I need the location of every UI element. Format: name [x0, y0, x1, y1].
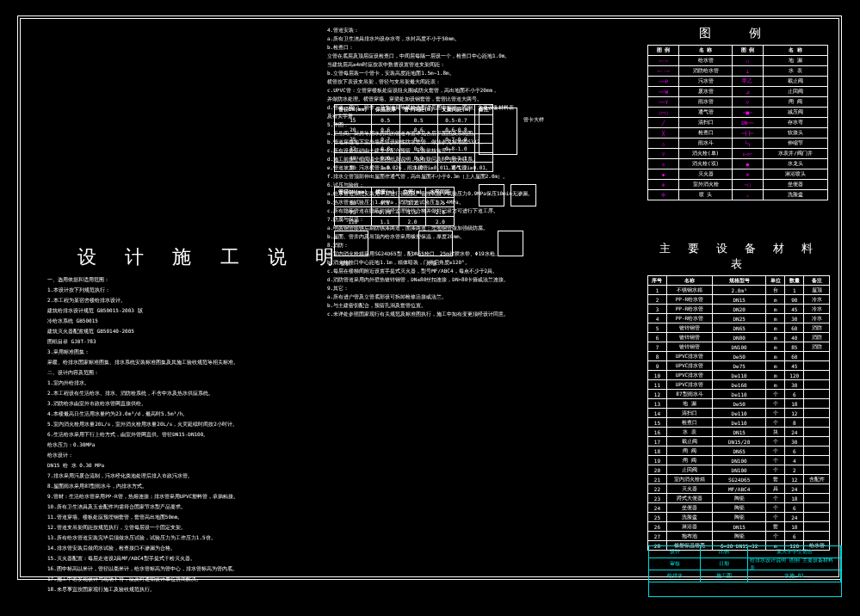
table-cell: 镀锌钢管	[666, 323, 712, 333]
table-cell: 个	[766, 503, 785, 513]
table-cell: 30	[785, 380, 804, 390]
table-cell: DN15	[712, 522, 765, 532]
note-line: 二、设计内容及范围：	[47, 368, 297, 377]
table-cell: De50	[712, 352, 765, 361]
table-cell: ──P	[648, 77, 679, 87]
table-cell: DN65	[712, 323, 765, 333]
table-cell: 室外消火栓	[679, 180, 732, 190]
detail-label-sleeve-1: 楼板	[340, 260, 350, 268]
table-cell: 0.7	[371, 134, 399, 144]
table-cell: 24	[785, 484, 804, 494]
table-cell: 1	[648, 286, 667, 295]
table-cell: 18	[785, 399, 804, 409]
table-cell: 6	[785, 503, 804, 513]
table-cell: 1.2	[399, 198, 426, 207]
table-cell: DN80	[712, 333, 765, 342]
table-cell: 8	[785, 418, 804, 428]
table-row: 1287型雨水斗De110个6	[648, 390, 830, 399]
table-cell: 1.0	[399, 163, 437, 172]
table-cell: 淋浴喷头	[764, 169, 828, 180]
note-line: c.每层在楼梯间附近设置手提式灭火器，型号MF/ABC4，每点不少于2具。	[327, 267, 577, 274]
table-cell: 87型雨水斗	[666, 390, 712, 399]
table-cell: 3	[648, 305, 667, 314]
note-line: c.UPVC管：立管穿楼板处应设阻火圈或防火套管，高出地面不小于20mm，	[327, 86, 577, 94]
table-row: 750.751.52.0	[335, 207, 455, 217]
table-cell: 块	[766, 428, 785, 437]
note-line: a.所有卫生洁具排水均设存水弯，水封高度不小于50mm。	[327, 34, 577, 42]
table-cell: 闸 阀	[666, 447, 712, 456]
table-header: 管卡间距(m)	[399, 105, 437, 115]
table-cell	[804, 352, 830, 361]
table-cell: 1.0-1.2	[437, 163, 475, 172]
table-cell: 18	[785, 522, 804, 532]
table-cell: 0.9	[371, 153, 399, 163]
table-cell: 0.8	[399, 144, 437, 153]
table-cell: UPVC排水管	[666, 371, 712, 380]
table-cell: 截止阀	[764, 77, 828, 87]
table-cell: 60	[785, 323, 804, 333]
note-line: 11.管道穿墙、楼板处应预埋钢套管，套管高出地面50mm。	[47, 513, 297, 521]
note-line: 图纸目录 GJBT-783	[47, 337, 297, 346]
note-line: 横管按下表设支吊架，管径与支吊架最大间距表：	[327, 77, 577, 85]
detail-label-sleeve-2: 外墙	[426, 260, 436, 268]
note-line: 3.消防给水由室外市政给水管网直接供给。	[47, 399, 297, 408]
legend-table: 图 例名 称图 例名 称─·─给水管○地 漏─··─消防给水管⊥水 表──P污水…	[647, 45, 828, 200]
tb-date-label: 日期	[701, 558, 748, 570]
table-cell	[804, 447, 830, 456]
table-cell: ⊿	[732, 87, 763, 97]
table-row: ──Y雨水管▽闸 阀	[648, 97, 828, 108]
table-cell: 2.0m³	[712, 286, 765, 295]
table-cell: De110	[712, 390, 765, 399]
table-cell: ─·─	[648, 56, 679, 66]
table-cell: m	[766, 361, 785, 371]
table-cell: 90	[785, 295, 804, 305]
table-cell: 镀锌钢管	[666, 333, 712, 342]
table-cell: 清扫口	[666, 409, 712, 418]
table-cell: De110	[712, 371, 765, 380]
table-cell: UPVC排水管	[666, 352, 712, 361]
note-line: 1.本设计按下列规范执行：	[47, 286, 297, 294]
table-cell: DN20	[712, 305, 765, 314]
table-cell: 水龙头	[764, 159, 828, 169]
table-row: ○─○通气管─■─减压阀	[648, 108, 828, 118]
table-cell: 水表井/阀门井	[764, 149, 828, 159]
table-row: 1101.12.02.0	[335, 217, 455, 226]
table-cell: 4	[648, 314, 667, 323]
table-cell: 雨水斗	[679, 139, 732, 149]
table-cell: 检查口	[666, 418, 712, 428]
note-line: 9.管材：生活给水管采用PP-R管，热熔连接；排水管采用UPVC塑料管，承插粘接…	[47, 492, 297, 501]
table-cell: 120	[785, 371, 804, 380]
note-line: 17.施工中若发现设计与现场不符，应及时通知设计单位协商解决。	[47, 575, 297, 583]
table-cell: 雨水管	[679, 97, 732, 108]
table-header: 单位	[766, 276, 785, 286]
table-row: ╱清扫口DN──存水弯	[648, 118, 828, 128]
table-cell	[804, 380, 830, 390]
pipe-spacing-table-1: 管径DN(mm)保温层厚管卡间距(m)支架间距(m)备注150.50.50.5-…	[334, 104, 493, 172]
table-row: 150.50.50.5-0.7	[335, 115, 493, 125]
legend-section: 图 例 图 例名 称图 例名 称─·─给水管○地 漏─··─消防给水管⊥水 表─…	[647, 26, 828, 200]
table-cell: 0.6	[399, 125, 437, 134]
note-line: 6.生活给水采用下行上给方式，由室外管网直供。管径DN15-DN100。	[47, 430, 297, 439]
table-cell: De50	[712, 399, 765, 409]
table-cell: 室内消火栓箱	[666, 475, 712, 484]
table-cell: 6	[785, 532, 804, 541]
table-cell: DN100	[712, 342, 765, 352]
table-cell: MF/ABC4	[712, 484, 765, 494]
note-line: c.未详处参照国家现行有关规范及标准图执行，施工中如有变更须经设计同意。	[327, 310, 577, 317]
table-cell: 陶瓷	[712, 513, 765, 522]
table-cell: ○─○	[648, 108, 679, 118]
table-row: 9UPVC排水管De75m45	[648, 361, 830, 371]
table-header: 支架间距(m)	[437, 105, 475, 115]
table-cell: ⊕	[648, 180, 679, 190]
table-cell: 23	[648, 494, 667, 503]
table-row: 10UPVC排水管De110m120	[648, 371, 830, 380]
table-cell: 喷 头	[679, 190, 732, 200]
table-row: 7镀锌钢管DN100m85消防	[648, 342, 830, 352]
table-cell: 个	[766, 409, 785, 418]
table-cell: 0.75	[371, 207, 399, 217]
table-cell: 0.8-1.0	[437, 144, 475, 153]
note-line: 给水设计：	[47, 451, 297, 459]
table-cell: 存水弯	[764, 118, 828, 128]
table-cell: 水 表	[666, 428, 712, 437]
table-cell: 16	[648, 428, 667, 437]
